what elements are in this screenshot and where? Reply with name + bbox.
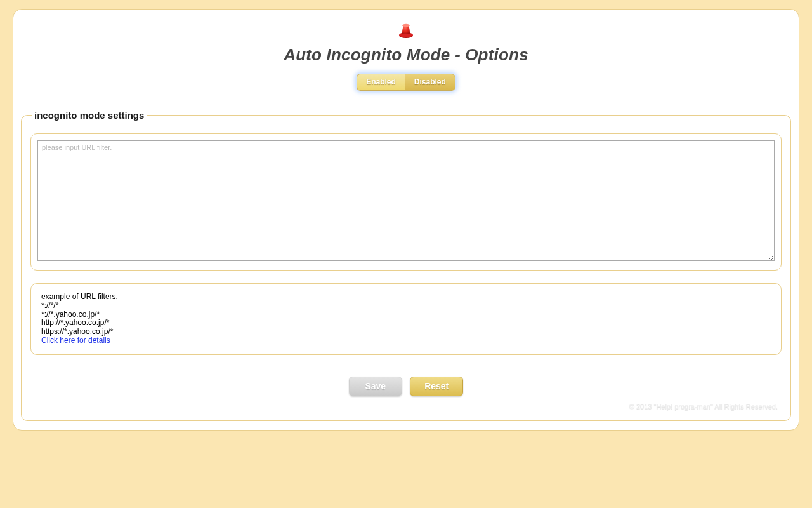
reset-button[interactable]: Reset bbox=[410, 377, 463, 396]
examples-line: *://*.yahoo.co.jp/* bbox=[41, 311, 771, 319]
top-hat-icon bbox=[397, 22, 415, 41]
url-filter-panel bbox=[30, 133, 782, 271]
header: Auto Incognito Mode - Options Enabled Di… bbox=[21, 22, 791, 91]
examples-title: example of URL filters. bbox=[41, 293, 771, 302]
svg-point-2 bbox=[402, 24, 410, 27]
settings-legend: incognito mode settings bbox=[32, 110, 147, 121]
examples-panel: example of URL filters. *://*/* *://*.ya… bbox=[30, 283, 782, 355]
details-link[interactable]: Click here for details bbox=[41, 336, 110, 345]
mode-toggle-group: Enabled Disabled bbox=[357, 74, 455, 91]
options-card: Auto Incognito Mode - Options Enabled Di… bbox=[13, 9, 799, 431]
examples-line: http://*.yahoo.co.jp/* bbox=[41, 319, 771, 328]
url-filter-textarea[interactable] bbox=[37, 140, 775, 261]
disabled-toggle[interactable]: Disabled bbox=[405, 74, 455, 91]
examples-line: https://*.yahoo.co.jp/* bbox=[41, 328, 771, 337]
enabled-toggle[interactable]: Enabled bbox=[357, 74, 405, 91]
examples-line: *://*/* bbox=[41, 302, 771, 311]
actions-row: Save Reset bbox=[30, 377, 782, 396]
page-title: Auto Incognito Mode - Options bbox=[21, 45, 791, 65]
footer-copyright: © 2013 "Help! progra-man" All Rights Res… bbox=[30, 403, 782, 410]
save-button[interactable]: Save bbox=[349, 377, 402, 396]
incognito-settings-fieldset: incognito mode settings example of URL f… bbox=[21, 110, 791, 421]
